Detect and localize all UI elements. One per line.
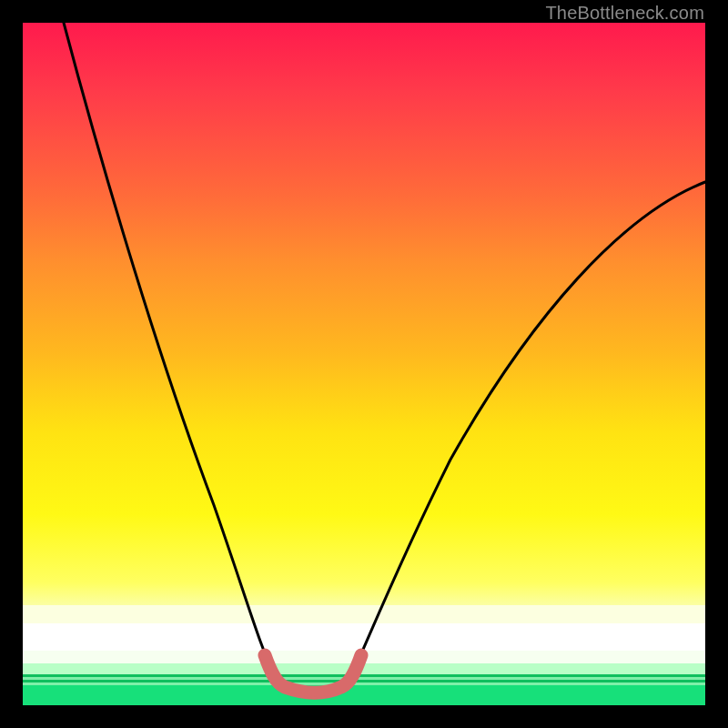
chart-frame: TheBottleneck.com xyxy=(0,0,728,728)
optimal-zone-marker xyxy=(265,655,361,693)
watermark-text: TheBottleneck.com xyxy=(545,3,704,24)
bottleneck-curve xyxy=(64,23,705,692)
chart-svg xyxy=(23,23,705,705)
